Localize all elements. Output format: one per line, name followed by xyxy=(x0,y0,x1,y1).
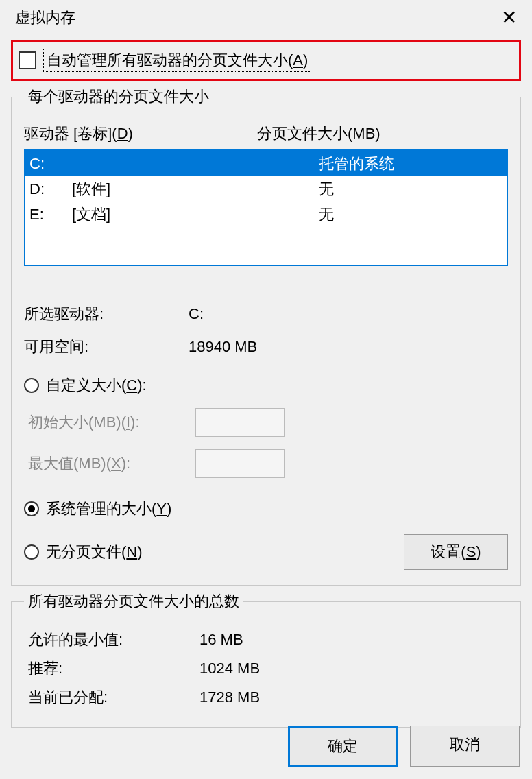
custom-size-radio-row[interactable]: 自定义大小(C): xyxy=(24,375,508,396)
drive-list[interactable]: C: 托管的系统 D: [软件] 无 E: [文档] 无 xyxy=(24,149,508,266)
drive-header-col: 驱动器 [卷标](D) xyxy=(24,123,257,144)
cur-row: 当前已分配: 1728 MB xyxy=(24,683,508,712)
initial-size-label: 初始大小(MB)(I): xyxy=(24,412,195,433)
no-paging-label: 无分页文件(N) xyxy=(46,542,143,562)
totals-group: 所有驱动器分页文件大小的总数 允许的最小值: 16 MB 推荐: 1024 MB… xyxy=(11,591,521,727)
no-paging-radio[interactable] xyxy=(24,544,39,560)
initial-size-row: 初始大小(MB)(I): xyxy=(24,408,508,437)
rec-label: 推荐: xyxy=(28,654,200,683)
ok-button[interactable]: 确定 xyxy=(288,726,398,767)
footer-buttons: 确定 取消 xyxy=(288,726,520,767)
min-value: 16 MB xyxy=(200,625,243,654)
per-drive-legend: 每个驱动器的分页文件大小 xyxy=(24,86,213,107)
selected-drive-label: 所选驱动器: xyxy=(24,300,189,328)
rec-value: 1024 MB xyxy=(200,654,260,683)
system-managed-radio[interactable] xyxy=(24,501,39,516)
drive-row[interactable]: D: [软件] 无 xyxy=(25,176,507,202)
selected-drive-row: 所选驱动器: C: xyxy=(24,300,508,328)
cur-value: 1728 MB xyxy=(200,683,260,712)
set-button[interactable]: 设置(S) xyxy=(404,534,508,570)
max-size-label: 最大值(MB)(X): xyxy=(24,453,195,474)
cur-label: 当前已分配: xyxy=(28,683,200,712)
initial-size-input[interactable] xyxy=(195,408,285,437)
system-managed-label: 系统管理的大小(Y) xyxy=(46,499,171,519)
auto-manage-highlight: 自动管理所有驱动器的分页文件大小(A) xyxy=(11,40,521,81)
window-title: 虚拟内存 xyxy=(15,8,75,28)
max-size-input[interactable] xyxy=(195,449,285,478)
totals-legend: 所有驱动器分页文件大小的总数 xyxy=(24,591,243,612)
selected-drive-value: C: xyxy=(189,300,204,328)
rec-row: 推荐: 1024 MB xyxy=(24,654,508,683)
free-space-value: 18940 MB xyxy=(189,333,257,361)
close-icon[interactable]: ✕ xyxy=(496,8,522,27)
custom-size-radio[interactable] xyxy=(24,378,39,393)
cancel-button[interactable]: 取消 xyxy=(410,726,520,767)
auto-manage-checkbox[interactable] xyxy=(19,51,36,69)
no-paging-row: 无分页文件(N) 设置(S) xyxy=(24,534,508,570)
auto-manage-label[interactable]: 自动管理所有驱动器的分页文件大小(A) xyxy=(43,49,311,72)
drive-row[interactable]: E: [文档] 无 xyxy=(25,202,507,227)
drive-headers: 驱动器 [卷标](D) 分页文件大小(MB) xyxy=(24,121,508,149)
free-space-row: 可用空间: 18940 MB xyxy=(24,333,508,361)
titlebar: 虚拟内存 ✕ xyxy=(0,0,532,33)
min-row: 允许的最小值: 16 MB xyxy=(24,625,508,654)
size-header-col: 分页文件大小(MB) xyxy=(257,123,380,144)
per-drive-group: 每个驱动器的分页文件大小 驱动器 [卷标](D) 分页文件大小(MB) C: 托… xyxy=(11,86,521,586)
drive-row[interactable]: C: 托管的系统 xyxy=(25,151,507,176)
custom-size-label: 自定义大小(C): xyxy=(46,375,147,396)
min-label: 允许的最小值: xyxy=(28,625,200,654)
no-paging-radio-row[interactable]: 无分页文件(N) xyxy=(24,542,143,562)
free-space-label: 可用空间: xyxy=(24,333,189,361)
system-managed-radio-row[interactable]: 系统管理的大小(Y) xyxy=(24,499,508,519)
max-size-row: 最大值(MB)(X): xyxy=(24,449,508,478)
